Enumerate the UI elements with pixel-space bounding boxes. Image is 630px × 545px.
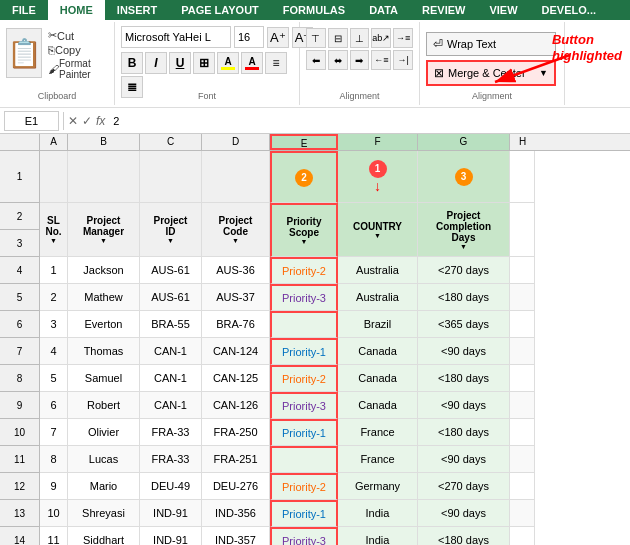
indent-button[interactable]: →≡ xyxy=(393,28,413,48)
cell-e7[interactable]: Priority-2 xyxy=(270,365,338,392)
cancel-icon[interactable]: ✕ xyxy=(68,114,78,128)
row-header-13[interactable]: 13 xyxy=(0,500,40,527)
cell-g6[interactable]: <90 days xyxy=(418,338,510,365)
angle-text-button[interactable]: ab↗ xyxy=(371,28,391,48)
cell-h7[interactable] xyxy=(510,365,535,392)
cell-b5[interactable]: Everton xyxy=(68,311,140,338)
font-size-input[interactable] xyxy=(234,26,264,48)
row-header-9[interactable]: 9 xyxy=(0,392,40,419)
cell-f4[interactable]: Australia xyxy=(338,284,418,311)
cell-e2[interactable]: Priority Scope ▼ xyxy=(270,203,338,257)
cell-b8[interactable]: Robert xyxy=(68,392,140,419)
cell-h13[interactable] xyxy=(510,527,535,545)
cell-f11[interactable]: Germany xyxy=(338,473,418,500)
cell-a10[interactable]: 8 xyxy=(40,446,68,473)
cell-f8[interactable]: Canada xyxy=(338,392,418,419)
cell-h6[interactable] xyxy=(510,338,535,365)
dropdown-e2[interactable]: ▼ xyxy=(301,238,308,245)
cut-button[interactable]: ✂ Cut xyxy=(46,28,108,43)
merge-center-button[interactable]: ⊠ Merge & Center ▼ xyxy=(426,60,556,86)
cell-c10[interactable]: FRA-33 xyxy=(140,446,202,473)
cell-d5[interactable]: BRA-76 xyxy=(202,311,270,338)
cell-h2[interactable] xyxy=(510,203,535,257)
row-header-5[interactable]: 5 xyxy=(0,284,40,311)
row-header-11[interactable]: 11 xyxy=(0,446,40,473)
cell-a9[interactable]: 7 xyxy=(40,419,68,446)
cell-d12[interactable]: IND-356 xyxy=(202,500,270,527)
cell-e6[interactable]: Priority-1 xyxy=(270,338,338,365)
cell-g4[interactable]: <180 days xyxy=(418,284,510,311)
cell-e9[interactable]: Priority-1 xyxy=(270,419,338,446)
cell-c8[interactable]: CAN-1 xyxy=(140,392,202,419)
font-color-button[interactable]: A xyxy=(241,52,263,74)
cell-h12[interactable] xyxy=(510,500,535,527)
tab-review[interactable]: REVIEW xyxy=(410,0,477,20)
underline-button[interactable]: U xyxy=(169,52,191,74)
cell-g5[interactable]: <365 days xyxy=(418,311,510,338)
col-header-a[interactable]: A xyxy=(40,134,68,150)
cell-e12[interactable]: Priority-1 xyxy=(270,500,338,527)
cell-e11[interactable]: Priority-2 xyxy=(270,473,338,500)
dropdown-d2[interactable]: ▼ xyxy=(232,237,239,244)
cell-h8[interactable] xyxy=(510,392,535,419)
cell-b10[interactable]: Lucas xyxy=(68,446,140,473)
cell-h5[interactable] xyxy=(510,311,535,338)
cell-b12[interactable]: Shreyasi xyxy=(68,500,140,527)
cell-d11[interactable]: DEU-276 xyxy=(202,473,270,500)
cell-f7[interactable]: Canada xyxy=(338,365,418,392)
cell-e10[interactable] xyxy=(270,446,338,473)
cell-a4[interactable]: 2 xyxy=(40,284,68,311)
cell-a1[interactable] xyxy=(40,151,68,203)
tab-insert[interactable]: INSERT xyxy=(105,0,169,20)
align-left-btn[interactable]: ≡ xyxy=(265,52,287,74)
cell-b2[interactable]: Project Manager ▼ xyxy=(68,203,140,257)
cell-c3[interactable]: AUS-61 xyxy=(140,257,202,284)
row-header-1[interactable]: 1 xyxy=(0,151,40,203)
cell-b1[interactable] xyxy=(68,151,140,203)
font-name-selector[interactable] xyxy=(121,26,231,48)
cell-e13[interactable]: Priority-3 xyxy=(270,527,338,545)
merge-dropdown-arrow[interactable]: ▼ xyxy=(539,68,548,78)
cell-b13[interactable]: Siddhart xyxy=(68,527,140,545)
border-button[interactable]: ⊞ xyxy=(193,52,215,74)
cell-d13[interactable]: IND-357 xyxy=(202,527,270,545)
copy-button[interactable]: ⎘ Copy xyxy=(46,43,108,57)
row-header-2[interactable]: 2 xyxy=(0,203,40,230)
cell-e1[interactable]: 2 xyxy=(270,151,338,203)
right-align-button[interactable]: ➡ xyxy=(350,50,370,70)
wrap-text-button[interactable]: ⏎ Wrap Text xyxy=(426,32,556,56)
dropdown-f2[interactable]: ▼ xyxy=(374,232,381,239)
col-header-g[interactable]: G xyxy=(418,134,510,150)
cell-g12[interactable]: <90 days xyxy=(418,500,510,527)
row-header-12[interactable]: 12 xyxy=(0,473,40,500)
center-align-button[interactable]: ⬌ xyxy=(328,50,348,70)
cell-h11[interactable] xyxy=(510,473,535,500)
tab-view[interactable]: VIEW xyxy=(477,0,529,20)
cell-f9[interactable]: France xyxy=(338,419,418,446)
cell-g7[interactable]: <180 days xyxy=(418,365,510,392)
cell-c6[interactable]: CAN-1 xyxy=(140,338,202,365)
tab-develop[interactable]: DEVELO... xyxy=(530,0,608,20)
cell-f5[interactable]: Brazil xyxy=(338,311,418,338)
tab-file[interactable]: FILE xyxy=(0,0,48,20)
cell-f1[interactable]: 1 ↓ xyxy=(338,151,418,203)
cell-reference-box[interactable] xyxy=(4,111,59,131)
cell-c7[interactable]: CAN-1 xyxy=(140,365,202,392)
cell-d10[interactable]: FRA-251 xyxy=(202,446,270,473)
col-header-d[interactable]: D xyxy=(202,134,270,150)
dropdown-g2[interactable]: ▼ xyxy=(460,243,467,250)
cell-a5[interactable]: 3 xyxy=(40,311,68,338)
decrease-indent-button[interactable]: ←≡ xyxy=(371,50,391,70)
cell-f3[interactable]: Australia xyxy=(338,257,418,284)
formula-input[interactable] xyxy=(109,113,626,129)
cell-b4[interactable]: Mathew xyxy=(68,284,140,311)
middle-align-button[interactable]: ⊟ xyxy=(328,28,348,48)
cell-e8[interactable]: Priority-3 xyxy=(270,392,338,419)
cell-h1[interactable] xyxy=(510,151,535,203)
cell-g1[interactable]: 3 xyxy=(418,151,510,203)
row-header-7[interactable]: 7 xyxy=(0,338,40,365)
cell-c13[interactable]: IND-91 xyxy=(140,527,202,545)
cell-h10[interactable] xyxy=(510,446,535,473)
cell-c5[interactable]: BRA-55 xyxy=(140,311,202,338)
cell-b6[interactable]: Thomas xyxy=(68,338,140,365)
